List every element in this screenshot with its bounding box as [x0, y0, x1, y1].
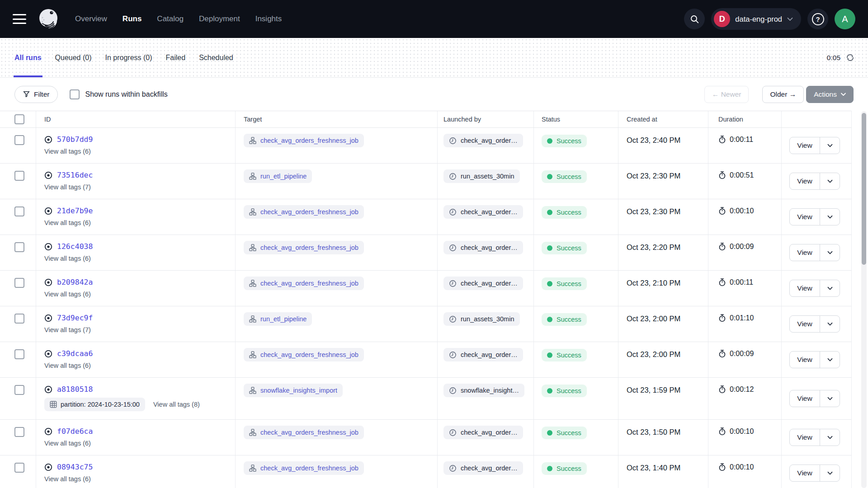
created-at: Oct 23, 2:10 PM — [627, 279, 680, 287]
launched-by-pill[interactable]: run_assets_30min — [443, 169, 520, 183]
scrollbar[interactable] — [861, 111, 867, 488]
view-button[interactable]: View — [790, 244, 820, 261]
launched-by-pill[interactable]: snowflake_insight… — [443, 384, 524, 397]
duration-value: 0:01:10 — [730, 314, 754, 322]
view-button[interactable]: View — [790, 137, 820, 154]
select-all-checkbox[interactable] — [14, 114, 24, 124]
view-button[interactable]: View — [790, 352, 820, 368]
view-all-tags-link[interactable]: View all tags (6) — [44, 362, 91, 369]
target-pill[interactable]: run_etl_pipeline — [244, 312, 312, 326]
target-pill[interactable]: check_avg_orders_freshness_job — [244, 348, 364, 361]
launched-by-pill[interactable]: check_avg_order… — [443, 205, 523, 219]
view-all-tags-link[interactable]: View all tags (7) — [44, 183, 91, 191]
row-checkbox[interactable] — [14, 206, 24, 216]
view-all-tags-link[interactable]: View all tags (6) — [44, 440, 91, 447]
target-pill[interactable]: check_avg_orders_freshness_job — [244, 277, 364, 290]
tab-in-progress[interactable]: In progress (0) — [104, 38, 153, 77]
launched-by-pill[interactable]: check_avg_order… — [443, 277, 523, 290]
view-dropdown-button[interactable] — [820, 280, 840, 296]
view-dropdown-button[interactable] — [820, 209, 840, 225]
older-button[interactable]: Older → — [762, 86, 804, 103]
nav-item-insights[interactable]: Insights — [255, 14, 282, 23]
target-pill[interactable]: check_avg_orders_freshness_job — [244, 241, 364, 254]
nav-item-catalog[interactable]: Catalog — [157, 14, 184, 23]
tab-failed[interactable]: Failed — [165, 38, 187, 77]
deployment-switcher[interactable]: D data-eng-prod — [711, 8, 801, 30]
scrollbar-thumb[interactable] — [862, 113, 866, 265]
view-all-tags-link[interactable]: View all tags (6) — [44, 475, 91, 483]
filter-button[interactable]: Filter — [14, 86, 58, 103]
run-id-link[interactable]: 73d9ec9f — [57, 314, 93, 322]
view-dropdown-button[interactable] — [820, 244, 840, 261]
backfills-checkbox[interactable] — [70, 89, 80, 99]
tab-all-runs[interactable]: All runs — [14, 38, 42, 77]
row-checkbox[interactable] — [14, 278, 24, 288]
newer-button[interactable]: ← Newer — [704, 86, 749, 103]
run-id-link[interactable]: 08943c75 — [57, 463, 93, 471]
search-button[interactable] — [684, 9, 705, 29]
target-pill[interactable]: snowflake_insights_import — [244, 384, 343, 397]
view-dropdown-button[interactable] — [820, 465, 840, 481]
view-button[interactable]: View — [790, 173, 820, 189]
target-pill[interactable]: check_avg_orders_freshness_job — [244, 205, 364, 219]
view-all-tags-link[interactable]: View all tags (6) — [44, 219, 91, 226]
view-dropdown-button[interactable] — [820, 137, 840, 154]
row-checkbox[interactable] — [14, 349, 24, 359]
actions-button[interactable]: Actions — [806, 86, 854, 103]
launched-by-pill[interactable]: check_avg_order… — [443, 461, 523, 475]
view-button[interactable]: View — [790, 209, 820, 225]
view-dropdown-button[interactable] — [820, 352, 840, 368]
view-button-group: View — [789, 351, 840, 368]
run-id-link[interactable]: f07de6ca — [57, 427, 93, 436]
view-button[interactable]: View — [790, 390, 820, 407]
tab-scheduled[interactable]: Scheduled — [198, 38, 234, 77]
dagster-logo-icon[interactable] — [36, 7, 61, 31]
run-id-link[interactable]: 73516dec — [57, 171, 93, 179]
run-id-link[interactable]: a8180518 — [57, 385, 93, 394]
target-pill[interactable]: run_etl_pipeline — [244, 169, 312, 183]
nav-item-deployment[interactable]: Deployment — [199, 14, 240, 23]
menu-icon[interactable] — [13, 14, 26, 24]
row-checkbox[interactable] — [14, 463, 24, 473]
launched-by-pill[interactable]: run_assets_30min — [443, 312, 520, 326]
view-button[interactable]: View — [790, 429, 820, 446]
row-checkbox[interactable] — [14, 242, 24, 252]
launched-by-pill[interactable]: check_avg_order… — [443, 426, 523, 439]
target-pill[interactable]: check_avg_orders_freshness_job — [244, 134, 364, 147]
nav-item-runs[interactable]: Runs — [123, 14, 142, 23]
target-pill[interactable]: check_avg_orders_freshness_job — [244, 461, 364, 475]
view-all-tags-link[interactable]: View all tags (8) — [153, 401, 200, 408]
row-checkbox[interactable] — [14, 385, 24, 395]
view-dropdown-button[interactable] — [820, 173, 840, 189]
view-all-tags-link[interactable]: View all tags (7) — [44, 326, 91, 333]
row-checkbox[interactable] — [14, 171, 24, 181]
launched-by-pill[interactable]: check_avg_order… — [443, 241, 523, 254]
view-dropdown-button[interactable] — [820, 316, 840, 332]
tab-queued[interactable]: Queued (0) — [54, 38, 93, 77]
row-checkbox[interactable] — [14, 427, 24, 437]
view-button[interactable]: View — [790, 465, 820, 481]
help-button[interactable]: ? — [807, 9, 828, 29]
refresh-icon[interactable] — [846, 53, 854, 62]
status-badge: Success — [542, 427, 587, 439]
row-checkbox[interactable] — [14, 314, 24, 324]
view-all-tags-link[interactable]: View all tags (6) — [44, 291, 91, 298]
run-id-link[interactable]: 570b7dd9 — [57, 135, 93, 144]
target-pill[interactable]: check_avg_orders_freshness_job — [244, 426, 364, 439]
view-dropdown-button[interactable] — [820, 429, 840, 446]
launched-by-pill[interactable]: check_avg_order… — [443, 348, 523, 361]
nav-item-overview[interactable]: Overview — [75, 14, 107, 23]
launched-by-pill[interactable]: check_avg_order… — [443, 134, 523, 147]
run-id-link[interactable]: 21de7b9e — [57, 206, 93, 215]
run-id-link[interactable]: b209842a — [57, 278, 93, 286]
view-all-tags-link[interactable]: View all tags (6) — [44, 148, 91, 155]
run-id-link[interactable]: c39dcaa6 — [57, 349, 93, 358]
view-button[interactable]: View — [790, 280, 820, 296]
view-all-tags-link[interactable]: View all tags (6) — [44, 255, 91, 262]
run-id-link[interactable]: 126c4038 — [57, 242, 93, 251]
row-checkbox[interactable] — [14, 135, 24, 145]
avatar[interactable]: A — [835, 9, 855, 29]
partition-tag[interactable]: partition: 2024-10-23-15:00 — [44, 398, 145, 411]
view-button[interactable]: View — [790, 316, 820, 332]
view-dropdown-button[interactable] — [820, 390, 840, 407]
